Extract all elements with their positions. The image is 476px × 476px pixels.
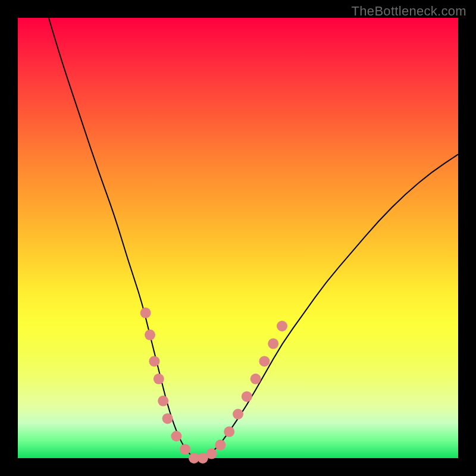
bottleneck-curve (49, 18, 458, 458)
curve-marker (140, 308, 151, 318)
curve-marker (162, 413, 173, 424)
watermark-text: TheBottleneck.com (352, 4, 466, 19)
curve-marker (206, 449, 217, 459)
curve-marker (233, 409, 243, 419)
chart-svg (18, 18, 458, 458)
curve-marker (224, 427, 234, 437)
curve-marker (171, 431, 181, 441)
chart-frame: TheBottleneck.com (0, 0, 476, 476)
curve-marker (154, 374, 164, 384)
curve-marker (242, 391, 252, 402)
curve-marker (158, 396, 168, 406)
plot-area (18, 18, 458, 458)
curve-marker (259, 356, 270, 367)
curve-marker (145, 330, 155, 340)
curve-marker (277, 321, 287, 331)
curve-marker (215, 440, 226, 450)
curve-marker (149, 356, 159, 367)
curve-marker (268, 339, 278, 349)
curve-marker (180, 444, 190, 455)
curve-marker (250, 374, 261, 384)
